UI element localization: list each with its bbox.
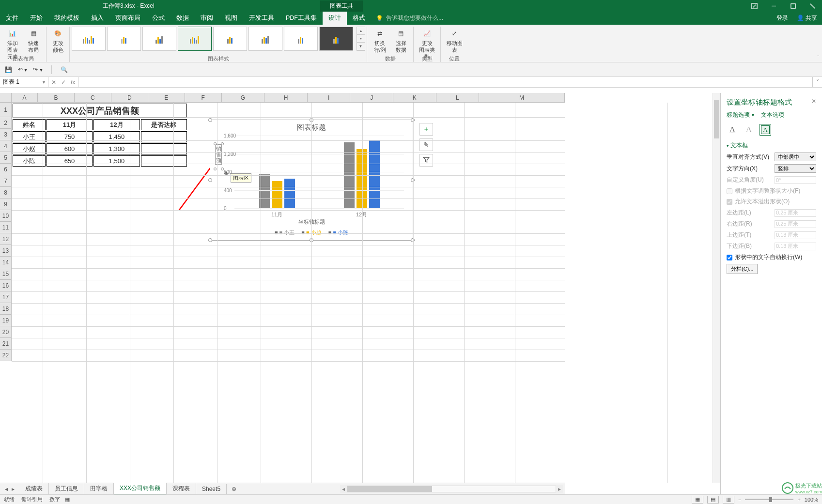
row-header[interactable]: 14 — [0, 257, 11, 268]
switch-row-column-button[interactable]: ⇄ 切换行/列 — [370, 27, 390, 55]
name-box[interactable]: 图表 1▼ — [0, 77, 48, 87]
fx-icon[interactable]: fx — [71, 79, 75, 86]
chart-bar[interactable] — [284, 179, 295, 208]
undo-icon[interactable]: ↶ ▾ — [18, 66, 27, 73]
ribbon-display-button[interactable] — [744, 0, 764, 12]
sheet-tab[interactable]: 成绩表 — [19, 483, 49, 494]
row-header[interactable]: 22 — [0, 350, 11, 361]
column-header[interactable]: H — [264, 93, 308, 102]
pane-tab-title-options[interactable]: 标题选项 ▼ — [727, 111, 755, 119]
text-effects-icon[interactable]: A — [743, 124, 755, 136]
close-button[interactable] — [803, 0, 822, 12]
valign-select[interactable]: 中部居中 — [775, 153, 816, 161]
menu-insert[interactable]: 插入 — [85, 12, 109, 25]
column-header[interactable]: E — [148, 93, 185, 102]
chart-style-6[interactable] — [248, 27, 282, 51]
add-sheet-button[interactable]: ⊕ — [227, 486, 241, 492]
menu-templates[interactable]: 我的模板 — [48, 12, 85, 25]
chart-style-1[interactable] — [72, 27, 106, 51]
columns-button[interactable]: 分栏(C)... — [727, 264, 758, 274]
page-layout-view-button[interactable]: ▤ — [707, 496, 719, 504]
minimize-button[interactable] — [764, 0, 783, 12]
redo-icon[interactable]: ↷ ▾ — [33, 66, 42, 73]
column-header[interactable]: C — [75, 93, 111, 102]
formula-bar[interactable] — [78, 77, 812, 87]
horizontal-scrollbar[interactable]: ◂ ▸ — [340, 485, 563, 493]
row-header[interactable]: 16 — [0, 280, 11, 291]
resize-handle[interactable] — [214, 168, 217, 170]
gallery-scroll[interactable]: ▴▾▼ — [357, 27, 365, 51]
sheet-tab[interactable]: Sheet5 — [196, 484, 227, 494]
row-header[interactable]: 1 — [0, 103, 11, 117]
chart-style-2[interactable] — [107, 27, 141, 51]
cancel-formula-icon[interactable]: ✕ — [51, 79, 56, 86]
zoom-slider[interactable] — [745, 499, 793, 500]
chart-bar[interactable] — [369, 140, 380, 208]
sheet-tab[interactable]: XXX公司销售额 — [114, 483, 167, 495]
row-header[interactable]: 2 — [0, 117, 11, 129]
scrollbar-thumb[interactable] — [714, 100, 719, 138]
sheet-tab[interactable]: 田字格 — [84, 483, 114, 494]
pane-tab-text-options[interactable]: 文本选项 — [761, 111, 784, 119]
move-chart-button[interactable]: ⤢ 移动图表 — [444, 27, 465, 55]
save-icon[interactable]: 💾 — [5, 66, 12, 73]
chart-style-7[interactable] — [284, 27, 318, 51]
login-link[interactable]: 登录 — [776, 14, 788, 22]
row-header[interactable]: 15 — [0, 268, 11, 280]
row-header[interactable]: 8 — [0, 187, 11, 199]
column-header[interactable]: L — [436, 93, 480, 102]
chart-style-5[interactable] — [213, 27, 247, 51]
chart-style-4[interactable] — [178, 27, 212, 51]
row-header[interactable]: 18 — [0, 303, 11, 315]
column-header[interactable]: D — [111, 93, 148, 102]
text-fill-icon[interactable]: A — [727, 124, 738, 136]
tell-me[interactable]: 💡告诉我您想要做什么... — [376, 14, 443, 22]
maximize-button[interactable] — [783, 0, 803, 12]
row-header[interactable]: 10 — [0, 210, 11, 222]
normal-view-button[interactable]: ▦ — [692, 496, 703, 504]
resize-handle[interactable] — [208, 238, 212, 242]
zoom-level[interactable]: 100% — [805, 497, 818, 503]
resize-handle[interactable] — [411, 118, 415, 122]
chart-bar[interactable] — [272, 181, 282, 208]
select-all-corner[interactable] — [0, 93, 12, 103]
row-header[interactable]: 9 — [0, 199, 11, 210]
textbox-icon[interactable]: A — [760, 124, 771, 136]
column-header[interactable]: K — [393, 93, 436, 102]
column-header[interactable]: B — [38, 93, 75, 102]
menu-home[interactable]: 开始 — [24, 12, 48, 25]
section-textbox[interactable]: 文本框 — [727, 141, 816, 150]
macro-record-icon[interactable]: ▦ — [65, 496, 70, 503]
menu-layout[interactable]: 页面布局 — [109, 12, 146, 25]
sheet-tab[interactable]: 员工信息 — [49, 483, 84, 494]
y-axis-title[interactable]: 销售额 — [215, 144, 222, 165]
menu-formulas[interactable]: 公式 — [146, 12, 171, 25]
chart-elements-button[interactable]: ＋ — [419, 123, 433, 136]
column-header[interactable]: J — [350, 93, 393, 102]
scrollbar-thumb[interactable] — [347, 486, 432, 492]
menu-view[interactable]: 视图 — [219, 12, 243, 25]
row-header[interactable]: 21 — [0, 338, 11, 350]
sheet-tab[interactable]: 课程表 — [167, 483, 196, 494]
column-header[interactable]: A — [12, 93, 38, 102]
row-header[interactable]: 4 — [0, 140, 11, 152]
menu-format[interactable]: 格式 — [347, 12, 371, 25]
menu-data[interactable]: 数据 — [171, 12, 195, 25]
vertical-scrollbar[interactable] — [713, 93, 720, 483]
row-header[interactable]: 20 — [0, 326, 11, 338]
textdir-select[interactable]: 竖排 — [775, 164, 816, 173]
column-header[interactable]: G — [222, 93, 265, 102]
resize-handle[interactable] — [411, 178, 415, 182]
sheet-nav-next[interactable]: ▸ — [12, 486, 15, 492]
resize-handle[interactable] — [208, 118, 212, 122]
row-header[interactable]: 3 — [0, 129, 11, 140]
sheet-nav-prev[interactable]: ◂ — [5, 486, 8, 492]
resize-handle[interactable] — [208, 178, 212, 182]
ribbon-collapse-icon[interactable]: ˇ — [818, 55, 819, 61]
menu-review[interactable]: 审阅 — [195, 12, 219, 25]
row-header[interactable]: 6 — [0, 164, 11, 175]
chart-style-8[interactable] — [319, 27, 353, 51]
resize-handle[interactable] — [411, 238, 415, 242]
row-header[interactable]: 7 — [0, 175, 11, 187]
row-header[interactable]: 5 — [0, 152, 11, 164]
